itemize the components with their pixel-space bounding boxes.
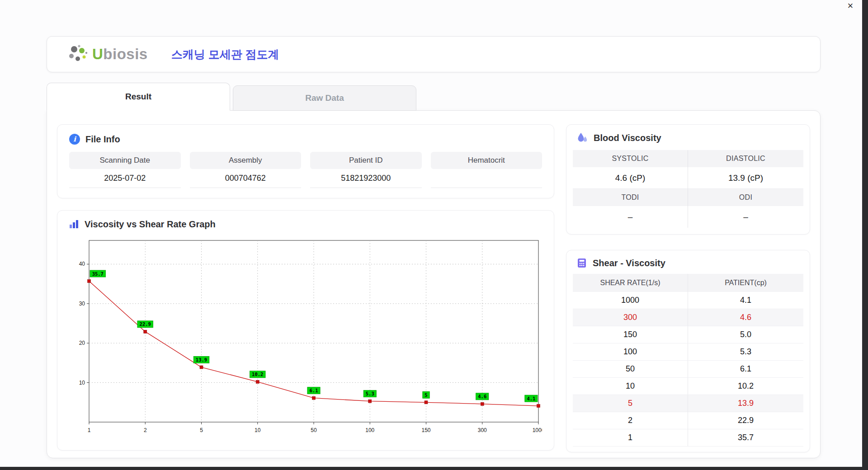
right-column: Blood Viscosity SYSTOLICDIASTOLIC4.6 (cP…	[566, 124, 810, 446]
svg-text:5.3: 5.3	[366, 391, 374, 396]
tab-bar: Result Raw Data	[47, 82, 821, 110]
table-cell-patient: 22.9	[688, 412, 803, 429]
bv-header-cell: DIASTOLIC	[688, 150, 803, 167]
field-label: Hematocrit	[431, 152, 542, 169]
field-label: Scanning Date	[69, 152, 181, 169]
table-column-header: SHEAR RATE(1/s)	[573, 274, 688, 292]
graph-title-row: Viscosity vs Shear Rate Graph	[68, 219, 543, 230]
table-cell-shear-rate: 5	[573, 395, 688, 412]
table-cell-patient: 4.1	[688, 292, 803, 309]
table-cell-patient: 35.7	[688, 429, 803, 446]
file-info-field: Hematocrit	[431, 152, 542, 188]
logo-rest: biosis	[103, 46, 147, 62]
field-value: 000704762	[190, 169, 302, 188]
result-content-card: i File Info Scanning Date2025-07-02Assem…	[47, 110, 821, 458]
shear-viscosity-title: Shear - Viscosity	[593, 258, 665, 268]
header-card: Ubiosis 스캐닝 모세관 점도계	[47, 36, 821, 72]
svg-text:1000: 1000	[533, 427, 542, 433]
svg-text:40: 40	[79, 261, 85, 267]
logo-letter-u: U	[92, 46, 103, 62]
table-cell-shear-rate: 50	[573, 361, 688, 378]
blood-viscosity-title-row: Blood Viscosity	[573, 132, 803, 144]
blood-viscosity-grid: SYSTOLICDIASTOLIC4.6 (cP)13.9 (cP)TODIOD…	[573, 150, 803, 228]
field-label: Patient ID	[310, 152, 422, 169]
file-info-fields: Scanning Date2025-07-02Assembly000704762…	[69, 152, 542, 188]
table-cell-shear-rate: 1000	[573, 292, 688, 309]
shear-viscosity-title-row: Shear - Viscosity	[573, 258, 803, 268]
app-window: × Ubiosis 스캐닝 모세관 점도계	[0, 0, 862, 467]
svg-text:10: 10	[255, 427, 261, 433]
bv-header-cell: TODI	[573, 189, 688, 206]
bv-value-cell: 4.6 (cP)	[573, 167, 688, 189]
svg-text:20: 20	[79, 340, 85, 346]
bar-chart-icon	[68, 219, 79, 230]
table-cell-shear-rate: 100	[573, 343, 688, 361]
svg-text:6.1: 6.1	[310, 388, 318, 393]
table-cell-shear-rate: 300	[573, 309, 688, 326]
table-cell-patient: 6.1	[688, 361, 803, 378]
table-cell-patient: 5.3	[688, 343, 803, 361]
table-cell-shear-rate: 2	[573, 412, 688, 429]
file-info-field: Patient ID51821923000	[310, 152, 422, 188]
bv-value-cell: 13.9 (cP)	[688, 167, 803, 189]
tab-raw-data[interactable]: Raw Data	[233, 85, 416, 111]
svg-text:30: 30	[79, 301, 85, 307]
field-label: Assembly	[190, 152, 302, 169]
svg-text:35.7: 35.7	[92, 271, 104, 277]
viscosity-chart: 102030401251050100150300100035.722.913.9…	[68, 235, 543, 442]
tab-result[interactable]: Result	[47, 83, 230, 111]
svg-text:100: 100	[365, 427, 374, 433]
table-cell-shear-rate: 150	[573, 326, 688, 343]
file-info-panel: i File Info Scanning Date2025-07-02Assem…	[57, 124, 554, 198]
table-cell-patient: 13.9	[688, 395, 803, 412]
file-info-field: Assembly000704762	[190, 152, 302, 188]
close-icon[interactable]: ×	[844, 0, 857, 13]
calculator-icon	[576, 258, 587, 268]
ubiosis-logo: Ubiosis	[67, 45, 148, 64]
viscosity-chart-svg: 102030401251050100150300100035.722.913.9…	[68, 235, 542, 440]
table-cell-patient: 5.0	[688, 326, 803, 343]
svg-text:22.9: 22.9	[140, 321, 151, 327]
field-value	[431, 169, 542, 188]
svg-text:150: 150	[421, 427, 430, 433]
logo-dots-icon	[67, 45, 89, 64]
graph-panel: Viscosity vs Shear Rate Graph 1020304012…	[57, 210, 554, 451]
svg-text:300: 300	[478, 427, 487, 433]
blood-viscosity-panel: Blood Viscosity SYSTOLICDIASTOLIC4.6 (cP…	[566, 124, 810, 235]
file-info-field: Scanning Date2025-07-02	[69, 152, 181, 188]
table-cell-patient: 4.6	[688, 309, 803, 326]
bv-value-cell: –	[573, 206, 688, 228]
svg-text:5: 5	[200, 427, 203, 433]
bv-header-cell: SYSTOLIC	[573, 150, 688, 167]
svg-text:4.1: 4.1	[527, 396, 535, 401]
bv-value-cell: –	[688, 206, 803, 228]
logo-text: Ubiosis	[92, 46, 148, 63]
svg-text:10: 10	[79, 380, 85, 386]
shear-viscosity-table: SHEAR RATE(1/s)PATIENT(cp)10004.13004.61…	[573, 274, 803, 446]
table-cell-patient: 10.2	[688, 378, 803, 395]
blood-viscosity-title: Blood Viscosity	[594, 133, 661, 143]
page-title: 스캐닝 모세관 점도계	[171, 47, 279, 62]
svg-text:13.9: 13.9	[196, 357, 207, 362]
svg-text:2: 2	[144, 427, 147, 433]
left-column: i File Info Scanning Date2025-07-02Assem…	[57, 124, 554, 446]
field-value: 51821923000	[310, 169, 422, 188]
field-value: 2025-07-02	[69, 169, 181, 188]
svg-text:1: 1	[88, 427, 91, 433]
droplet-icon	[576, 132, 588, 144]
svg-text:10.2: 10.2	[252, 371, 263, 377]
svg-text:50: 50	[311, 427, 317, 433]
main-container: Ubiosis 스캐닝 모세관 점도계 Result Raw Data i Fi…	[47, 36, 821, 458]
svg-text:4.6: 4.6	[478, 394, 486, 399]
file-info-title: File Info	[85, 134, 120, 145]
file-info-title-row: i File Info	[69, 134, 542, 145]
graph-title: Viscosity vs Shear Rate Graph	[85, 219, 216, 230]
bv-header-cell: ODI	[688, 189, 803, 206]
table-cell-shear-rate: 10	[573, 378, 688, 395]
shear-viscosity-panel: Shear - Viscosity SHEAR RATE(1/s)PATIENT…	[566, 250, 810, 452]
svg-text:5: 5	[425, 392, 427, 398]
table-cell-shear-rate: 1	[573, 429, 688, 446]
table-column-header: PATIENT(cp)	[688, 274, 803, 292]
info-icon: i	[69, 134, 80, 145]
